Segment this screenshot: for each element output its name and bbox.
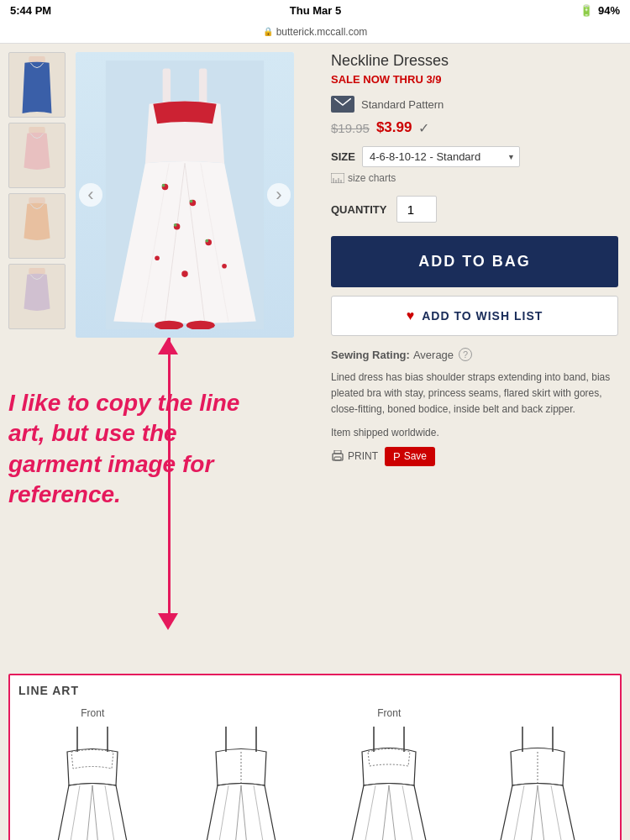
svg-line-49	[389, 785, 399, 840]
line-art-section: LINE ART Front A	[8, 674, 622, 840]
dress-item-a1: Front A	[38, 707, 147, 840]
svg-line-35	[84, 785, 92, 840]
size-select-wrapper[interactable]: 4-6-8-10-12 - Standard 14-16-18-20-22 - …	[362, 146, 520, 167]
svg-rect-0	[29, 56, 45, 63]
thumbnail-strip	[8, 52, 69, 329]
product-title: Neckline Dresses	[331, 52, 618, 70]
svg-point-19	[155, 255, 160, 260]
dress-front-label-b1: Front	[377, 707, 401, 719]
right-column: Neckline Dresses SALE NOW THRU 3/9 Stand…	[328, 52, 622, 657]
pattern-row: Standard Pattern	[331, 96, 618, 113]
next-image-arrow[interactable]: ›	[267, 183, 291, 207]
quantity-label: QUANTITY	[331, 203, 386, 216]
svg-line-48	[379, 785, 389, 840]
size-chart-link[interactable]: size charts	[331, 172, 618, 184]
annotation-section: I like to copy the line art, but use the…	[8, 338, 319, 657]
svg-point-20	[222, 264, 227, 269]
wishlist-label: ADD TO WISH LIST	[422, 309, 543, 323]
dress-sketch-b-back	[483, 722, 592, 840]
print-save-row: PRINT P Save	[331, 447, 618, 466]
ruler-icon	[331, 173, 344, 183]
sewing-rating-value: Average	[413, 349, 454, 361]
svg-rect-3	[29, 268, 45, 275]
status-time: 5:44 PM	[10, 4, 51, 17]
save-button[interactable]: P Save	[385, 447, 435, 466]
checkmark-icon: ✓	[418, 120, 429, 136]
print-button[interactable]: PRINT	[331, 450, 378, 462]
dress-sketch-a-back	[186, 722, 296, 840]
svg-line-43	[241, 785, 249, 840]
lock-icon: 🔒	[263, 27, 273, 36]
url-bar[interactable]: 🔒 butterick.mccall.com	[0, 20, 630, 44]
sewing-rating: Sewing Rating: Average ?	[331, 348, 618, 361]
arrow-down-head	[158, 613, 178, 630]
sewing-rating-label: Sewing Rating:	[331, 349, 410, 361]
status-bar: 5:44 PM Thu Mar 5 🔋 94%	[0, 0, 630, 20]
dress-image	[76, 52, 294, 338]
dress-sketch-a-front	[38, 722, 147, 840]
svg-point-12	[162, 184, 165, 187]
size-chart-text: size charts	[348, 172, 396, 184]
thumbnail-3[interactable]	[8, 193, 66, 259]
dress-item-a2: A	[186, 719, 296, 840]
svg-rect-2	[29, 197, 45, 204]
battery-level: 94%	[598, 4, 620, 17]
prev-image-arrow[interactable]: ‹	[79, 183, 102, 207]
thumbnail-2[interactable]	[8, 123, 66, 188]
thumbnail-4[interactable]	[8, 264, 66, 329]
svg-point-14	[190, 200, 193, 203]
svg-line-42	[233, 785, 241, 840]
original-price: $19.95	[331, 121, 370, 135]
arrow-up-head	[158, 338, 178, 354]
quantity-input[interactable]	[396, 196, 437, 223]
size-select[interactable]: 4-6-8-10-12 - Standard 14-16-18-20-22 - …	[362, 146, 520, 167]
svg-point-21	[181, 270, 188, 277]
dress-item-b2: B	[483, 719, 592, 840]
sale-badge: SALE NOW THRU 3/9	[331, 73, 618, 86]
annotation-text: I like to copy the line art, but use the…	[8, 388, 260, 511]
dress-item-b1: Front B	[334, 707, 444, 840]
status-bar-right: 🔋 94%	[580, 4, 620, 17]
sale-price: $3.99	[376, 119, 412, 136]
image-section: ‹ ›	[8, 52, 319, 338]
url-text: butterick.mccall.com	[276, 26, 368, 38]
print-label: PRINT	[348, 450, 378, 462]
product-description: Lined dress has bias shoulder straps ext…	[331, 370, 618, 418]
add-to-wishlist-button[interactable]: ♥ ADD TO WISH LIST	[331, 296, 618, 336]
line-art-title: LINE ART	[18, 684, 612, 697]
svg-rect-1	[29, 127, 45, 134]
printer-icon	[331, 450, 344, 462]
dress-svg	[101, 60, 269, 329]
svg-line-36	[92, 785, 101, 840]
dress-sketch-b-front	[334, 722, 444, 840]
main-content: ‹ › I like to copy the line art, but use…	[0, 44, 630, 665]
main-product-image: ‹ ›	[76, 52, 294, 338]
thumbnail-1[interactable]	[8, 52, 66, 118]
size-label: SIZE	[331, 150, 355, 163]
save-label: Save	[404, 450, 427, 462]
svg-point-18	[205, 239, 208, 243]
svg-line-56	[538, 785, 548, 840]
battery-icon: 🔋	[580, 4, 593, 17]
quantity-row: QUANTITY	[331, 196, 618, 223]
arrow-down-line	[168, 388, 171, 615]
shipping-info: Item shipped worldwide.	[331, 427, 618, 438]
dress-front-label-a1: Front	[81, 707, 104, 719]
pinterest-icon: P	[393, 450, 401, 463]
question-icon[interactable]: ?	[459, 348, 472, 361]
price-row: $19.95 $3.99 ✓	[331, 119, 618, 136]
add-to-bag-button[interactable]: ADD TO BAG	[331, 236, 618, 287]
line-art-grid: Front A	[18, 707, 612, 840]
svg-line-55	[528, 785, 538, 840]
left-column: ‹ › I like to copy the line art, but use…	[8, 52, 319, 657]
pattern-type-label: Standard Pattern	[361, 98, 444, 111]
svg-point-16	[174, 223, 177, 227]
heart-icon: ♥	[407, 308, 416, 323]
svg-rect-25	[331, 173, 344, 183]
status-day: Thu Mar 5	[290, 4, 341, 17]
size-row: SIZE 4-6-8-10-12 - Standard 14-16-18-20-…	[331, 146, 618, 167]
envelope-icon	[331, 96, 354, 113]
